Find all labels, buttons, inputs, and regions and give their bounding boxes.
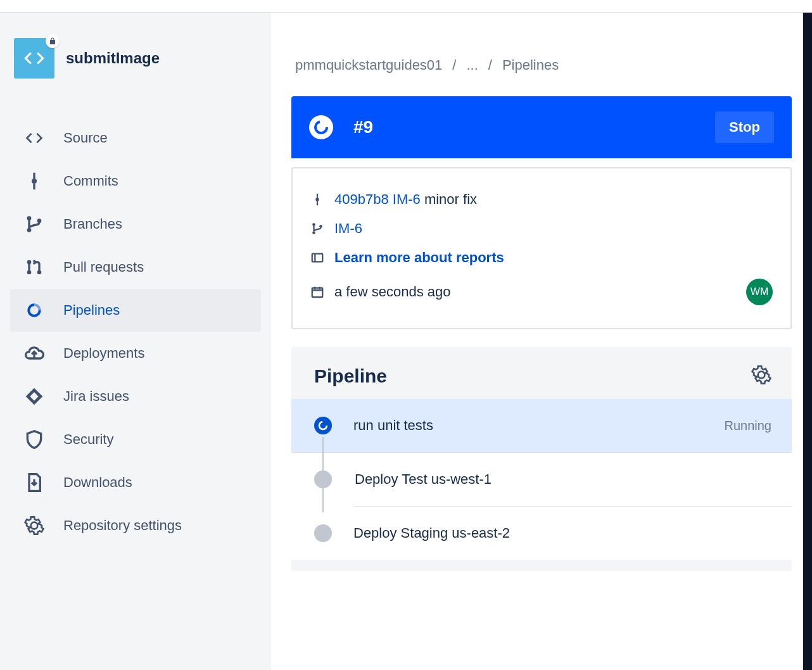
pipelines-icon	[24, 300, 44, 320]
pull-request-icon	[24, 257, 44, 277]
step-name: run unit tests	[353, 417, 724, 434]
sidebar-item-label: Source	[63, 130, 108, 146]
step-status-running-icon	[314, 417, 332, 434]
sidebar-item-pipelines[interactable]: Pipelines	[10, 289, 261, 332]
sidebar-item-commits[interactable]: Commits	[10, 160, 261, 203]
pipeline-header-left: #9	[309, 115, 373, 139]
avatar[interactable]: WM	[746, 279, 773, 305]
pipeline-section-title: Pipeline	[314, 365, 387, 387]
step-status-pending-icon	[314, 524, 332, 542]
pipeline-number: #9	[353, 117, 373, 137]
timestamp: a few seconds ago	[334, 284, 450, 300]
nav-list: Source Commits Branches Pull requests Pi…	[10, 117, 261, 547]
svg-point-10	[312, 231, 315, 234]
sidebar-item-deployments[interactable]: Deployments	[10, 332, 261, 375]
step-name: Deploy Staging us-east-2	[353, 525, 771, 541]
step-item-deploy-test[interactable]: Deploy Test us-west-1	[291, 453, 792, 506]
step-list: run unit tests Running Deploy Test us-we…	[291, 399, 792, 560]
branch-icon	[310, 222, 324, 236]
commit-icon	[24, 171, 44, 191]
sidebar-item-security[interactable]: Security	[10, 418, 261, 461]
sidebar-item-repository-settings[interactable]: Repository settings	[10, 504, 261, 547]
breadcrumb-separator: /	[488, 57, 492, 73]
code-icon	[24, 128, 44, 148]
svg-point-0	[32, 179, 37, 184]
step-name: Deploy Test us-west-1	[355, 471, 771, 488]
downloads-icon	[24, 472, 44, 493]
pipeline-section-header: Pipeline	[291, 365, 792, 399]
svg-point-2	[27, 228, 32, 232]
commit-hash-link[interactable]: 409b7b8	[334, 191, 389, 207]
sidebar-item-pull-requests[interactable]: Pull requests	[10, 246, 261, 289]
content: pmmquickstartguides01 / ... / Pipelines …	[271, 13, 812, 670]
breadcrumb-current[interactable]: Pipelines	[502, 57, 559, 73]
lock-badge	[46, 34, 60, 48]
shield-icon	[24, 429, 44, 450]
svg-rect-13	[312, 288, 323, 298]
sidebar-item-jira-issues[interactable]: Jira issues	[10, 375, 261, 418]
jira-icon	[24, 386, 44, 407]
breadcrumb-workspace[interactable]: pmmquickstartguides01	[295, 57, 442, 73]
svg-point-7	[315, 122, 327, 133]
repo-icon	[14, 38, 54, 79]
sidebar-item-label: Jira issues	[63, 388, 129, 405]
branch-icon	[24, 214, 44, 234]
breadcrumb-separator: /	[452, 57, 456, 73]
svg-point-8	[315, 198, 319, 201]
code-icon	[22, 46, 46, 70]
main-container: submitImage Source Commits Branches Pull…	[0, 13, 812, 670]
breadcrumb: pmmquickstartguides01 / ... / Pipelines	[291, 57, 792, 73]
step-item-run-unit-tests[interactable]: run unit tests Running	[291, 399, 792, 453]
sidebar-item-label: Downloads	[63, 474, 132, 491]
svg-point-14	[319, 422, 327, 429]
svg-point-1	[27, 216, 32, 220]
sidebar-item-label: Security	[63, 431, 113, 448]
report-icon	[310, 251, 324, 265]
svg-point-11	[319, 225, 322, 228]
commit-card: 409b7b8 IM-6 minor fix IM-6 Learn more a…	[291, 167, 792, 329]
commit-hash-row: 409b7b8 IM-6 minor fix	[310, 185, 773, 214]
step-connector	[322, 446, 324, 512]
breadcrumb-ellipsis[interactable]: ...	[466, 57, 478, 73]
commit-issue-link[interactable]: IM-6	[393, 191, 421, 207]
deployments-icon	[24, 343, 44, 363]
gear-icon	[24, 515, 44, 536]
lock-icon	[49, 37, 56, 45]
svg-point-6	[37, 270, 42, 275]
branch-row: IM-6	[310, 214, 773, 243]
svg-point-3	[37, 218, 42, 223]
svg-point-9	[312, 223, 315, 226]
pipeline-section: Pipeline run unit tests Running Deploy T…	[291, 347, 792, 571]
sidebar-item-label: Pull requests	[63, 259, 144, 275]
sidebar-item-label: Branches	[63, 216, 122, 232]
sidebar-item-label: Repository settings	[63, 517, 182, 534]
gear-icon[interactable]	[751, 365, 771, 388]
svg-rect-12	[312, 254, 323, 262]
sidebar-item-downloads[interactable]: Downloads	[10, 461, 261, 504]
sidebar-item-label: Pipelines	[63, 302, 120, 319]
reports-row: Learn more about reports	[310, 243, 773, 272]
branch-link[interactable]: IM-6	[334, 220, 362, 237]
reports-link[interactable]: Learn more about reports	[334, 250, 504, 266]
spinner-icon	[309, 115, 333, 139]
top-bar	[0, 0, 812, 13]
calendar-icon	[310, 285, 324, 299]
sidebar-item-source[interactable]: Source	[10, 117, 261, 160]
sidebar-item-branches[interactable]: Branches	[10, 203, 261, 246]
svg-point-4	[27, 260, 32, 265]
sidebar: submitImage Source Commits Branches Pull…	[0, 13, 271, 670]
commit-message: minor fix	[424, 191, 477, 207]
pipeline-header: #9 Stop	[291, 96, 792, 158]
sidebar-item-label: Commits	[63, 173, 118, 189]
commit-icon	[310, 193, 324, 206]
sidebar-item-label: Deployments	[63, 345, 144, 362]
stop-button[interactable]: Stop	[715, 111, 774, 143]
step-status-label: Running	[724, 419, 771, 433]
repo-header[interactable]: submitImage	[10, 38, 261, 79]
step-item-deploy-staging[interactable]: Deploy Staging us-east-2	[291, 507, 792, 560]
repo-name: submitImage	[66, 49, 160, 67]
svg-point-5	[27, 270, 32, 275]
timestamp-row: a few seconds ago WM	[310, 272, 773, 312]
scrollbar[interactable]	[803, 13, 812, 670]
